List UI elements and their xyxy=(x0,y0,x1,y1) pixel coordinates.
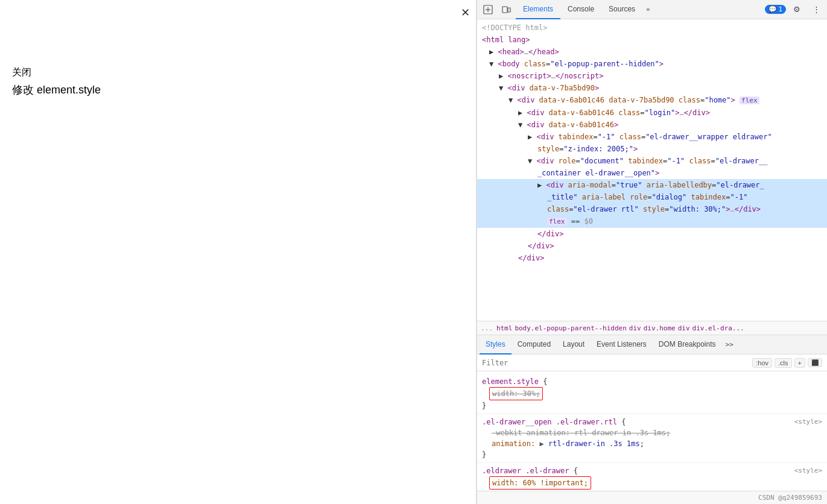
tree-line: </div> xyxy=(477,240,827,252)
breadcrumb-html[interactable]: html xyxy=(496,324,513,332)
modify-label: 修改 element.style xyxy=(12,84,101,96)
css-close-brace2: } xyxy=(482,449,822,460)
css-selector-drawer-open: .el-drawer__open .el-drawer.rtl { <style… xyxy=(482,417,822,427)
notification-badge[interactable]: 💬 1 xyxy=(765,5,786,14)
html-tree: <!DOCTYPE html> <html lang> ▶ <head>…</h… xyxy=(477,19,827,321)
filter-input[interactable] xyxy=(482,359,752,367)
tree-line: </div> xyxy=(477,252,827,264)
tree-line: <!DOCTYPE html> xyxy=(477,22,827,34)
tree-line: ▼ <div role="document" tabindex="-1" cla… xyxy=(477,155,827,167)
cls-button[interactable]: .cls xyxy=(775,358,792,368)
tree-line-flex-dollar: flex == $0 xyxy=(477,215,827,228)
tab-styles[interactable]: Styles xyxy=(480,335,512,354)
css-prop-width-30: width: 30%; xyxy=(482,387,822,400)
tree-line: ▼ <div data-v-6ab01c46> xyxy=(477,119,827,131)
breadcrumb-diveldra[interactable]: div.el-dra... xyxy=(692,324,744,332)
tab-sources[interactable]: Sources xyxy=(601,0,642,19)
breadcrumb-divhome[interactable]: div.home xyxy=(644,324,676,332)
tab-computed[interactable]: Computed xyxy=(512,335,557,354)
svg-rect-4 xyxy=(508,8,510,12)
devtools-toolbar: Elements Console Sources » 💬 1 ⚙ ⋮ xyxy=(477,0,827,19)
tab-dom-breakpoints[interactable]: DOM Breakpoints xyxy=(653,335,722,354)
breadcrumb: ... html body.el-popup-parent--hidden di… xyxy=(477,321,827,335)
bottom-bar-text: CSDN @q249859693 xyxy=(758,494,822,502)
inspect-icon[interactable] xyxy=(480,2,496,17)
chat-icon: 💬 xyxy=(768,5,777,13)
filter-bar: :hov .cls + ⬛ xyxy=(477,354,827,371)
tree-line-selected: _title" aria-label role="dialog" tabinde… xyxy=(477,191,827,203)
tab-console[interactable]: Console xyxy=(560,0,601,19)
tree-line: ▶ <head>…</head> xyxy=(477,46,827,58)
tree-line: ▼ <body class="el-popup-parent--hidden"> xyxy=(477,58,827,70)
notification-count: 1 xyxy=(778,5,782,13)
svg-rect-3 xyxy=(502,7,507,13)
css-rules: element.style { width: 30%; } .el-drawer… xyxy=(477,371,827,491)
devtools-panel: Elements Console Sources » 💬 1 ⚙ ⋮ <!DOC… xyxy=(477,0,827,504)
close-button[interactable]: ✕ xyxy=(461,6,470,19)
css-prop-width-60: width: 60% !important; xyxy=(482,476,822,490)
tree-line-selected: class="el-drawer rtl" style="width: 30%;… xyxy=(477,203,827,215)
css-rule-el-drawer-open: .el-drawer__open .el-drawer.rtl { <style… xyxy=(477,414,827,463)
filter-buttons: :hov .cls + ⬛ xyxy=(752,358,822,368)
tab-elements[interactable]: Elements xyxy=(516,0,560,19)
tree-line: ▶ <div tabindex="-1" class="el-drawer__w… xyxy=(477,131,827,143)
css-close-brace: } xyxy=(482,400,822,411)
menu-icon[interactable]: ⋮ xyxy=(808,2,825,17)
more-tabs-icon[interactable]: » xyxy=(642,5,654,13)
settings-icon[interactable]: ⚙ xyxy=(788,2,805,17)
more-styles-tabs-icon[interactable]: >> xyxy=(723,341,736,348)
css-prop-animation: animation: ▶ rtl-drawer-in .3s 1ms; xyxy=(482,438,822,449)
tab-event-listeners[interactable]: Event Listeners xyxy=(591,335,653,354)
breadcrumb-dots: ... xyxy=(481,324,493,332)
devtools-main-tabs: Elements Console Sources » xyxy=(516,0,764,19)
breadcrumb-div1[interactable]: div xyxy=(629,324,641,332)
add-style-button[interactable]: + xyxy=(794,358,805,368)
css-selector-eldrawer: .eldrawer .el-drawer { <style> xyxy=(482,465,822,476)
breadcrumb-body[interactable]: body.el-popup-parent--hidden xyxy=(515,324,626,332)
hov-button[interactable]: :hov xyxy=(752,358,772,368)
device-toggle-icon[interactable] xyxy=(498,2,515,17)
bottom-bar: CSDN @q249859693 xyxy=(477,491,827,504)
breadcrumb-div2[interactable]: div xyxy=(678,324,690,332)
left-content: 关闭 修改 element.style xyxy=(12,66,101,97)
css-rule-element-style: element.style { width: 30%; } xyxy=(477,374,827,414)
tree-line: <html lang> xyxy=(477,34,827,46)
tree-line: ▶ <div data-v-6ab01c46 class="login">…</… xyxy=(477,107,827,119)
tree-line: _container el-drawer__open"> xyxy=(477,167,827,179)
left-panel: ✕ 关闭 修改 element.style xyxy=(0,0,477,504)
css-selector-element-style: element.style { xyxy=(482,376,822,387)
tree-line: </div> xyxy=(477,228,827,240)
tree-line: style="z-index: 2005;"> xyxy=(477,143,827,155)
css-rule-eldrawer: .eldrawer .el-drawer { <style> width: 60… xyxy=(477,463,827,491)
css-prop-webkit-animation: -webkit-animation: rtl-drawer-in .3s 1ms… xyxy=(482,427,822,438)
tree-line-selected: ▶ <div aria-modal="true" aria-labelledby… xyxy=(477,179,827,191)
close-label: 关闭 xyxy=(12,66,101,79)
styles-tabs-bar: Styles Computed Layout Event Listeners D… xyxy=(477,335,827,354)
tree-line: ▶ <noscript>…</noscript> xyxy=(477,70,827,82)
toolbar-right: 💬 1 ⚙ ⋮ xyxy=(765,2,825,17)
tree-line: ▼ <div data-v-7ba5bd90> xyxy=(477,82,827,94)
more-options-button[interactable]: ⬛ xyxy=(808,358,822,367)
tab-layout[interactable]: Layout xyxy=(557,335,591,354)
tree-line: ▼ <div data-v-6ab01c46 data-v-7ba5bd90 c… xyxy=(477,94,827,107)
